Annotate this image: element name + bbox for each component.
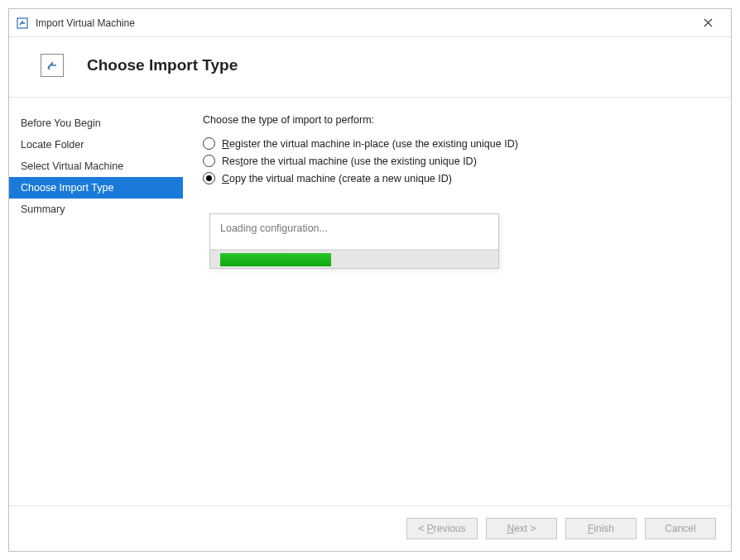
progress-text: Loading configuration... (210, 214, 498, 250)
next-button[interactable]: Next > (486, 518, 557, 539)
close-button[interactable] (691, 12, 724, 35)
page-title: Choose Import Type (87, 56, 238, 74)
progress-dialog: Loading configuration... (209, 213, 499, 269)
option-restore-label: Restore the virtual machine (use the exi… (222, 156, 477, 167)
app-icon (16, 17, 29, 30)
sidebar-item-locate-folder[interactable]: Locate Folder (9, 134, 183, 156)
cancel-label: Cancel (665, 523, 695, 534)
next-label: Next > (507, 523, 536, 534)
option-copy-label: Copy the virtual machine (create a new u… (222, 173, 452, 184)
option-register[interactable]: Register the virtual machine in-place (u… (203, 137, 714, 150)
sidebar-item-before-you-begin[interactable]: Before You Begin (9, 112, 183, 134)
option-register-label: Register the virtual machine in-place (u… (222, 138, 518, 150)
import-icon (41, 54, 64, 77)
sidebar-item-select-vm[interactable]: Select Virtual Machine (9, 156, 183, 177)
finish-label: Finish (588, 523, 614, 534)
finish-button[interactable]: Finish (565, 518, 637, 539)
radio-icon (203, 137, 215, 150)
content-pane: Choose the type of import to perform: Re… (183, 98, 731, 505)
header: Choose Import Type (9, 37, 731, 97)
wizard-window: Import Virtual Machine Choose Import Typ… (8, 8, 732, 552)
sidebar: Before You Begin Locate Folder Select Vi… (9, 98, 183, 505)
cancel-button[interactable]: Cancel (645, 518, 716, 539)
sidebar-item-summary[interactable]: Summary (9, 199, 183, 220)
progress-track (210, 250, 498, 268)
instruction-text: Choose the type of import to perform: (203, 114, 714, 126)
option-copy[interactable]: Copy the virtual machine (create a new u… (203, 172, 714, 184)
progress-bar (220, 253, 331, 266)
sidebar-item-choose-import-type[interactable]: Choose Import Type (9, 177, 183, 199)
titlebar: Import Virtual Machine (9, 9, 731, 37)
radio-icon (203, 155, 215, 167)
footer: < Previous Next > Finish Cancel (9, 505, 731, 551)
window-title: Import Virtual Machine (36, 17, 691, 29)
previous-label: < Previous (418, 523, 465, 534)
body: Before You Begin Locate Folder Select Vi… (9, 97, 731, 505)
option-restore[interactable]: Restore the virtual machine (use the exi… (203, 155, 714, 167)
previous-button[interactable]: < Previous (406, 518, 478, 539)
radio-icon (203, 172, 215, 184)
